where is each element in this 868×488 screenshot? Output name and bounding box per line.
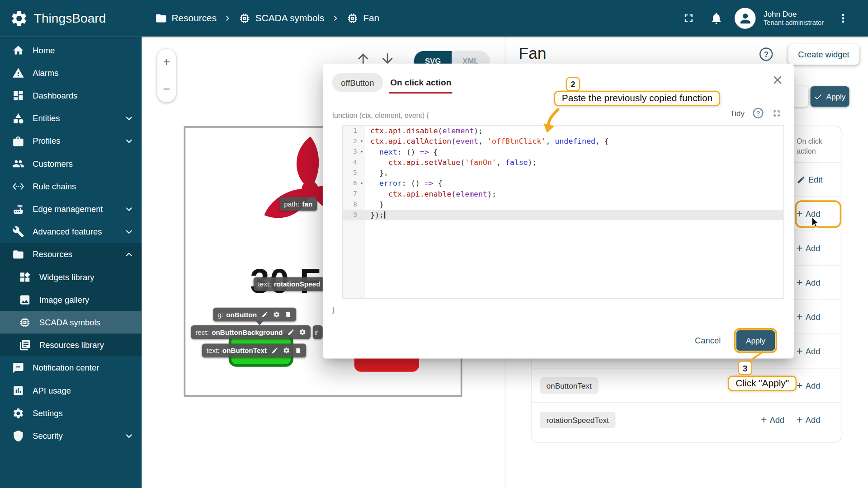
plus-icon: +: [797, 346, 803, 356]
home-icon: [12, 44, 24, 56]
code-text: ctx.api.callAction(event, 'offBtnClick',…: [365, 136, 609, 146]
avatar[interactable]: [735, 8, 756, 29]
tag-chip-text-rotationspeed[interactable]: text: rotationSpeed: [254, 277, 325, 291]
create-widget-button[interactable]: Create widget: [788, 44, 859, 65]
line-number: 4: [343, 157, 365, 168]
user-name: John Doe: [764, 9, 824, 19]
breadcrumb-resources[interactable]: Resources: [155, 12, 217, 24]
sidebar-item-alarms[interactable]: Alarms: [0, 61, 142, 84]
ethernet-icon: [12, 180, 24, 192]
edit-action-button[interactable]: Edit: [797, 175, 822, 184]
add-action-button[interactable]: +Add: [797, 311, 820, 322]
help-icon[interactable]: ?: [760, 47, 773, 61]
sidebar-item-notification-center[interactable]: Notification center: [0, 357, 142, 379]
sidebar-item-scada-symbols[interactable]: SCADA symbols: [0, 311, 142, 333]
tutorial-step-2-callout: Paste the previously copied function: [554, 91, 721, 106]
fullscreen-button[interactable]: [677, 7, 700, 30]
tag-chip-partial[interactable]: r: [313, 325, 323, 339]
edit-icon[interactable]: [271, 347, 278, 354]
line-number: 6▾: [343, 178, 365, 188]
code-line-5: 5 },: [343, 168, 783, 178]
cancel-button[interactable]: Cancel: [695, 336, 721, 345]
tutorial-step-3-badge: 3: [738, 361, 752, 375]
tab-on-click-action[interactable]: On click action: [389, 73, 453, 94]
bell-icon: [710, 12, 723, 25]
tag-chip-g-onbutton[interactable]: g: onButton: [213, 308, 296, 322]
code-line-2: 2▾ctx.api.callAction(event, 'offBtnClick…: [343, 136, 783, 146]
code-line-8: 8 }: [343, 199, 783, 210]
code-line-4: 4 ctx.api.setValue('fanOn', false);: [343, 157, 783, 168]
apply-button[interactable]: Apply: [736, 330, 775, 351]
line-number: 9: [343, 210, 365, 220]
edit-icon[interactable]: [287, 328, 294, 336]
on-click-action-dialog: offButton On click action function (ctx,…: [323, 64, 794, 359]
chip-pointer: [256, 321, 264, 325]
sidebar-item-image-gallery[interactable]: Image gallery: [0, 288, 142, 311]
tag-chip-rect-onbuttonbackground[interactable]: rect: onButtonBackground: [191, 325, 310, 339]
tag-chip-text-onbuttontext[interactable]: text: onButtonText: [202, 343, 306, 357]
plus-icon: +: [797, 380, 803, 390]
sidebar-item-edge-management[interactable]: Edge management: [0, 197, 142, 220]
help-icon[interactable]: ?: [753, 108, 763, 118]
badge-icon: [12, 135, 24, 147]
kebab-menu-icon: [836, 12, 849, 25]
delete-icon[interactable]: [284, 311, 292, 318]
plus-icon: +: [797, 243, 803, 253]
app-logo[interactable]: ThingsBoard: [0, 9, 142, 27]
sidebar-item-security[interactable]: Security: [0, 424, 142, 447]
edit-icon[interactable]: [261, 311, 269, 318]
breadcrumb: Resources SCADA symbols Fan: [155, 12, 379, 24]
add-action-button[interactable]: +Add: [797, 346, 820, 356]
tidy-button[interactable]: Tidy: [730, 109, 745, 118]
chevron-down-icon: [123, 112, 135, 124]
pencil-icon: [797, 175, 806, 184]
sidebar-item-dashboards[interactable]: Dashboards: [0, 84, 142, 107]
sidebar-item-rule-chains[interactable]: Rule chains: [0, 175, 142, 197]
sidebar-item-customers[interactable]: Customers: [0, 152, 142, 175]
user-menu-button[interactable]: [831, 7, 854, 30]
settings-icon[interactable]: [283, 347, 290, 354]
delete-icon[interactable]: [294, 347, 302, 354]
breadcrumb-scada-symbols[interactable]: SCADA symbols: [239, 12, 324, 24]
panel-apply-button[interactable]: Apply: [811, 86, 849, 107]
add-action-button[interactable]: +Add: [797, 277, 820, 287]
add-action-button[interactable]: +Add: [797, 380, 820, 390]
chevron-down-icon: [123, 203, 135, 215]
sidebar-item-resources-library[interactable]: Resources library: [0, 333, 142, 356]
sidebar-item-home[interactable]: Home: [0, 39, 142, 61]
close-icon[interactable]: [771, 74, 784, 86]
settings-icon[interactable]: [299, 328, 306, 336]
tag-chip-path-fan[interactable]: path: fan: [279, 197, 317, 211]
add-action-button[interactable]: +Add: [761, 414, 784, 425]
zoom-in-button[interactable]: +: [163, 56, 170, 68]
expand-editor-icon[interactable]: [772, 108, 782, 118]
sidebar-item-profiles[interactable]: Profiles: [0, 130, 142, 152]
add-action-button[interactable]: +Add: [797, 414, 820, 425]
sidebar-item-entities[interactable]: Entities: [0, 107, 142, 129]
warning-icon: [12, 67, 24, 79]
add-action-button[interactable]: +Add: [797, 243, 820, 253]
category-icon: [12, 112, 24, 124]
sidebar-item-advanced-features[interactable]: Advanced features: [0, 220, 142, 243]
notifications-button[interactable]: [705, 7, 728, 30]
breadcrumb-fan[interactable]: Fan: [346, 12, 379, 24]
widgets-icon: [19, 271, 31, 283]
sidebar-item-widgets-library[interactable]: Widgets library: [0, 266, 142, 288]
line-number: 1: [343, 126, 365, 136]
zoom-out-button[interactable]: −: [163, 83, 170, 95]
chevron-right-icon: [330, 13, 340, 23]
code-editor[interactable]: 1ctx.api.disable(element);2▾ctx.api.call…: [342, 125, 784, 299]
line-number: 8: [343, 199, 365, 210]
code-text: });: [365, 210, 385, 220]
sidebar-item-resources[interactable]: Resources: [0, 243, 142, 266]
chevron-up-icon: [123, 248, 135, 260]
code-text: next: () => {: [365, 146, 438, 157]
sidebar-item-settings[interactable]: Settings: [0, 402, 142, 424]
shield-icon: [12, 430, 24, 442]
tutorial-step-3-callout: Click "Apply": [728, 375, 797, 391]
user-info: John Doe Tenant administrator: [764, 9, 824, 28]
dashboard-icon: [12, 89, 24, 102]
settings-icon[interactable]: [273, 311, 280, 318]
code-text: },: [365, 168, 388, 178]
sidebar-item-api-usage[interactable]: API usage: [0, 379, 142, 402]
